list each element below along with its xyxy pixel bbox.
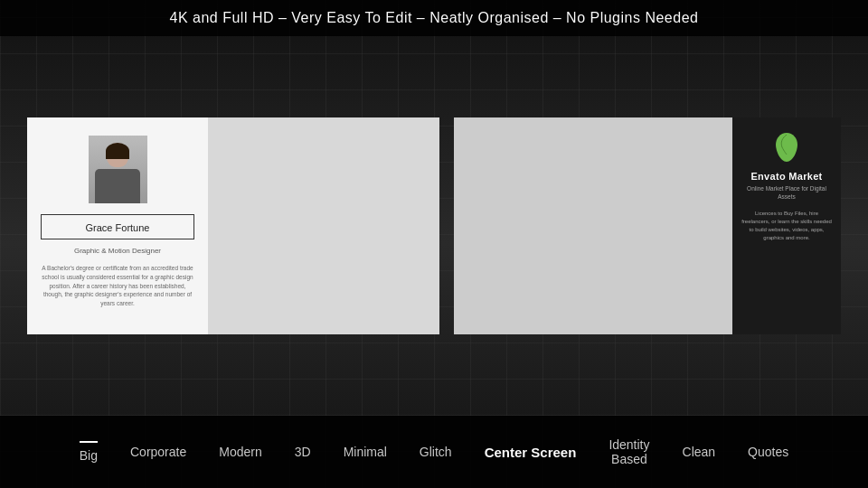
nav-item-center-screen[interactable]: Center Screen bbox=[468, 436, 593, 469]
profile-image bbox=[208, 117, 439, 334]
nav-label-minimal: Minimal bbox=[344, 445, 387, 459]
profile-card: Grace Fortune Graphic & Motion Designer … bbox=[27, 117, 439, 334]
avatar-hair bbox=[106, 143, 129, 159]
nav-indicator bbox=[80, 441, 98, 443]
header-text: 4K and Full HD – Very Easy To Edit – Nea… bbox=[170, 10, 699, 26]
nav-item-big[interactable]: Big bbox=[63, 432, 114, 472]
nav-label-identity-based-multiline: Identity Based bbox=[609, 437, 649, 466]
right-card-container: Envato Market Online Market Place for Di… bbox=[454, 117, 841, 334]
nav-label-quotes: Quotes bbox=[748, 445, 788, 459]
avatar bbox=[89, 136, 147, 203]
main-content: Grace Fortune Graphic & Motion Designer … bbox=[0, 36, 868, 416]
name-box: Grace Fortune bbox=[41, 214, 194, 239]
nav-label-big: Big bbox=[80, 448, 98, 463]
nav-label-3d: 3D bbox=[295, 445, 311, 459]
right-preview-image bbox=[454, 117, 732, 334]
avatar-body bbox=[95, 169, 140, 203]
envato-description: Licences to Buy Files, hire freelancers,… bbox=[741, 210, 832, 242]
envato-sidebar: Envato Market Online Market Place for Di… bbox=[732, 117, 841, 334]
nav-item-quotes[interactable]: Quotes bbox=[731, 436, 805, 468]
nav-label-corporate: Corporate bbox=[130, 445, 186, 459]
nav-label-identity: Identity bbox=[609, 437, 649, 452]
envato-logo-icon bbox=[773, 131, 800, 164]
nav-item-modern[interactable]: Modern bbox=[203, 436, 278, 468]
header-bar: 4K and Full HD – Very Easy To Edit – Nea… bbox=[0, 0, 868, 36]
profile-bio: A Bachelor's degree or certificate from … bbox=[41, 264, 194, 308]
nav-label-based: Based bbox=[611, 452, 647, 466]
nav-label-glitch: Glitch bbox=[420, 445, 452, 459]
envato-subtitle: Online Market Place for Digital Assets bbox=[741, 184, 832, 201]
bottom-navigation: Big Corporate Modern 3D Minimal Glitch C… bbox=[0, 416, 868, 488]
nav-label-center-screen: Center Screen bbox=[485, 445, 577, 460]
nav-label-clean: Clean bbox=[683, 445, 716, 459]
nav-item-glitch[interactable]: Glitch bbox=[403, 436, 468, 468]
nav-item-minimal[interactable]: Minimal bbox=[327, 436, 403, 468]
nav-item-corporate[interactable]: Corporate bbox=[114, 436, 203, 468]
nav-item-identity-based[interactable]: Identity Based bbox=[592, 428, 665, 475]
nav-label-modern: Modern bbox=[219, 445, 261, 459]
nav-item-clean[interactable]: Clean bbox=[666, 436, 732, 468]
nav-item-3d[interactable]: 3D bbox=[278, 436, 327, 468]
profile-info: Grace Fortune Graphic & Motion Designer … bbox=[27, 117, 208, 334]
envato-title: Envato Market bbox=[750, 171, 822, 182]
profile-title: Graphic & Motion Designer bbox=[74, 247, 161, 255]
profile-name: Grace Fortune bbox=[86, 222, 150, 233]
avatar-figure bbox=[89, 136, 147, 203]
